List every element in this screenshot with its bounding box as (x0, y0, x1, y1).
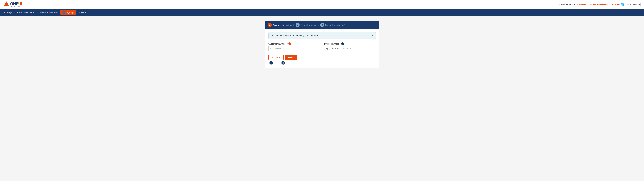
badge-row: 3 4 (268, 61, 376, 65)
top-right-area: Customer Service: +1-888-PAY-VELA (+1-88… (559, 3, 641, 6)
nav-help[interactable]: ⊙ Help ▾ (76, 9, 90, 15)
next-label: Next (288, 56, 293, 59)
globe-icon: 🌐 (621, 3, 624, 6)
nav-login[interactable]: ⭮ Login (2, 9, 15, 15)
info-banner-text: All fields marked with an asterisk (*) a… (271, 35, 318, 37)
step-arrow-1: › (293, 23, 294, 27)
form-row: Customer Number * i Invoice Number * ? (268, 42, 376, 51)
step-2-label: Your Information (300, 24, 316, 26)
customer-number-input[interactable] (268, 46, 320, 51)
help-dropdown-arrow: ▾ (86, 12, 88, 13)
signup-icon: 👤 (62, 11, 66, 14)
next-arrow-icon: › (294, 56, 294, 59)
customer-service-phone: +1-888-PAY-VELA (+1-888-729-8352, toll f… (577, 3, 620, 6)
info-banner: All fields marked with an asterisk (*) a… (268, 32, 376, 39)
logo-area: ONEUI Hosted Payment Page (3, 1, 27, 8)
help-icon: ⊙ (78, 11, 80, 14)
buttons-row: ✕ Forgot Username? Cancel Next › (268, 55, 376, 60)
form-area: All fields marked with an asterisk (*) a… (265, 29, 379, 68)
login-icon: ⭮ (4, 11, 6, 14)
step-1-label: Account Verification (273, 24, 292, 26)
customer-number-required: * (287, 43, 288, 45)
language-select[interactable]: English US (626, 3, 641, 6)
customer-number-label: Customer Number * i (268, 42, 320, 45)
cancel-button[interactable]: ✕ Forgot Username? Cancel (268, 55, 284, 60)
main-content: 1 Account Verification › 2 Your Informat… (0, 16, 644, 73)
next-button[interactable]: Next › (285, 55, 297, 60)
step-2: 2 Your Information (296, 23, 316, 27)
info-close-button[interactable]: × (372, 34, 373, 37)
invoice-number-input[interactable] (324, 46, 376, 51)
customer-number-group: Customer Number * i (268, 42, 320, 51)
nav-forgot-password[interactable]: Forgot Password? (38, 10, 60, 15)
step-arrow-2: › (318, 23, 319, 27)
badge-3: 3 (270, 61, 273, 65)
cancel-x-icon: ✕ (271, 56, 273, 59)
logo-subtitle: Hosted Payment Page (10, 5, 27, 7)
nav-forgot-username[interactable]: Forgot Username? (15, 10, 38, 15)
invoice-number-group: Invoice Number * ? (324, 42, 376, 51)
step-1: 1 Account Verification (268, 23, 292, 27)
step-3: 3 Set up Security Q&A (320, 23, 345, 27)
wizard-container: 1 Account Verification › 2 Your Informat… (265, 21, 379, 68)
step-1-circle: 1 (268, 23, 272, 27)
badge-4: 4 (282, 61, 285, 65)
step-3-circle: 3 (320, 23, 324, 27)
nav-bar: ⭮ Login Forgot Username? Forgot Password… (0, 9, 644, 16)
steps-header: 1 Account Verification › 2 Your Informat… (265, 21, 379, 29)
customer-service-label: Customer Service: (559, 3, 576, 6)
step-2-circle: 2 (296, 23, 300, 27)
invoice-number-help-icon[interactable]: ? (341, 42, 344, 45)
customer-number-info-icon[interactable]: i (288, 42, 291, 45)
invoice-number-label: Invoice Number * ? (324, 42, 376, 45)
logo-triangle-icon (3, 1, 10, 7)
top-bar: ONEUI Hosted Payment Page Customer Servi… (0, 0, 644, 9)
nav-signup[interactable]: 👤 Sign up (60, 10, 76, 15)
step-3-label: Set up Security Q&A (325, 24, 345, 26)
invoice-number-required: * (340, 43, 340, 45)
